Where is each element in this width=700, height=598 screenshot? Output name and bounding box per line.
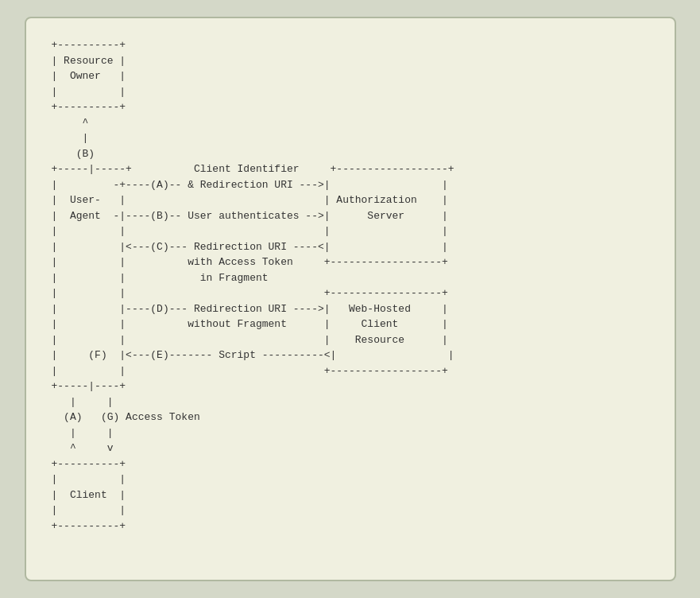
diagram-container: +----------+ | Resource | | Owner | | | … bbox=[25, 17, 676, 581]
diagram-content: +----------+ | Resource | | Owner | | | … bbox=[52, 37, 649, 534]
